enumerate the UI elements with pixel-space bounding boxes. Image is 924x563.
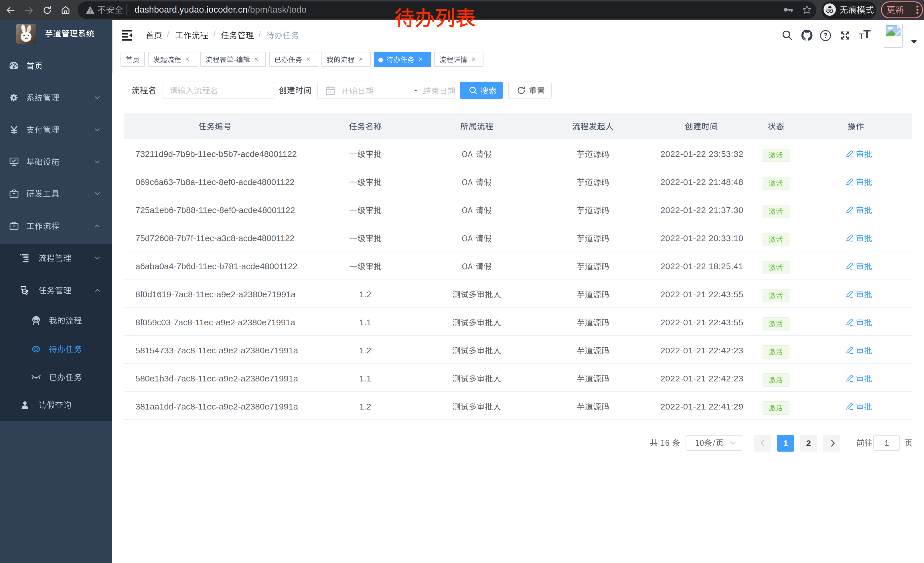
- svg-text:?: ?: [824, 32, 828, 39]
